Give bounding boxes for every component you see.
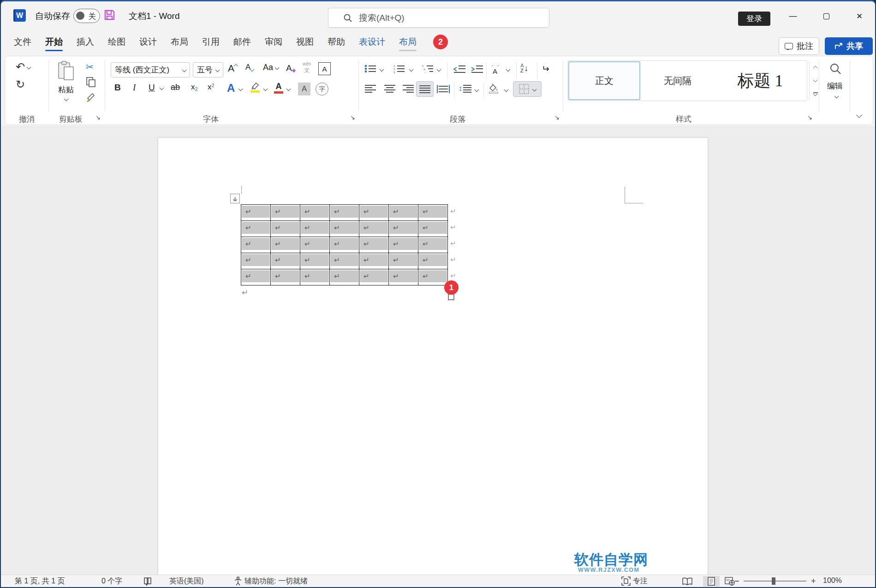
justify-button[interactable]: [416, 81, 434, 97]
tab-布局-12[interactable]: 布局: [399, 30, 417, 54]
distribute-button[interactable]: [436, 84, 450, 94]
table-row[interactable]: ↵↵↵↵↵↵↵: [241, 253, 448, 269]
decrease-indent-button[interactable]: [453, 65, 466, 73]
table-cell[interactable]: ↵: [389, 253, 418, 269]
increase-indent-button[interactable]: [471, 65, 483, 73]
clear-formatting-button[interactable]: A◆: [286, 63, 296, 73]
tab-绘图-3[interactable]: 绘图: [108, 30, 125, 54]
table-cell[interactable]: ↵: [389, 269, 418, 285]
proofing-icon[interactable]: [143, 576, 152, 586]
clipboard-dialog-launcher[interactable]: ↘: [95, 114, 101, 121]
undo-button[interactable]: ↶: [16, 61, 30, 72]
tab-表设计-11[interactable]: 表设计: [359, 30, 385, 54]
superscript-button[interactable]: x2: [208, 83, 215, 92]
borders-button[interactable]: [513, 81, 542, 97]
table-cell[interactable]: ↵: [418, 269, 448, 285]
styles-gallery-expand-button[interactable]: [809, 87, 821, 100]
page-info[interactable]: 第 1 页, 共 1 页: [15, 576, 65, 586]
table-cell[interactable]: ↵: [418, 237, 448, 253]
comments-button[interactable]: 批注: [779, 37, 819, 55]
table-cell[interactable]: ↵: [271, 237, 300, 253]
table-cell[interactable]: ↵: [241, 253, 271, 269]
sort-button[interactable]: AZ ↓: [520, 63, 528, 73]
redo-button[interactable]: ↻: [16, 79, 25, 90]
copy-button[interactable]: [86, 77, 96, 88]
style-card-normal[interactable]: 正文: [568, 61, 640, 100]
underline-dropdown-icon[interactable]: [160, 86, 163, 89]
paragraph-dialog-launcher[interactable]: ↘: [554, 114, 560, 121]
table-cell[interactable]: ↵: [271, 269, 300, 285]
line-spacing-dropdown-icon[interactable]: [475, 88, 478, 91]
table-cell[interactable]: ↵: [418, 253, 448, 269]
table-cell[interactable]: ↵: [330, 205, 359, 220]
autosave-toggle[interactable]: 关: [73, 9, 100, 23]
table-row[interactable]: ↵↵↵↵↵↵↵: [241, 221, 448, 237]
font-color-button[interactable]: A: [274, 82, 283, 94]
accessibility-status[interactable]: 辅助功能: 一切就绪: [244, 576, 308, 586]
highlight-button[interactable]: [250, 82, 260, 93]
table-cell[interactable]: ↵: [271, 253, 300, 269]
character-border-button[interactable]: A: [318, 62, 331, 75]
tab-插入-2[interactable]: 插入: [77, 30, 94, 54]
table-cell[interactable]: ↵: [241, 269, 271, 285]
text-effects-dropdown-icon[interactable]: [239, 87, 242, 90]
styles-scroll-up-button[interactable]: [809, 61, 821, 74]
zoom-level[interactable]: 100%: [823, 576, 842, 585]
share-button[interactable]: 共享: [825, 37, 873, 55]
tab-视图-9[interactable]: 视图: [296, 30, 314, 54]
minimize-button[interactable]: —: [784, 10, 802, 23]
table-cell[interactable]: ↵: [300, 205, 330, 220]
read-mode-button[interactable]: [679, 576, 696, 587]
font-dialog-launcher[interactable]: ↘: [350, 114, 355, 121]
table-cell[interactable]: ↵: [330, 253, 359, 269]
table-cell[interactable]: ↵: [300, 221, 330, 237]
asian-layout-button[interactable]: ←→ A: [491, 62, 499, 75]
table-cell[interactable]: ↵: [359, 269, 389, 285]
tab-邮件-7[interactable]: 邮件: [233, 30, 251, 54]
collapse-ribbon-button[interactable]: [857, 113, 861, 117]
underline-button[interactable]: U: [149, 83, 155, 93]
tab-布局-5[interactable]: 布局: [171, 30, 188, 54]
highlight-dropdown-icon[interactable]: [264, 87, 267, 90]
accessibility-icon[interactable]: [234, 576, 242, 586]
text-effects-button[interactable]: A: [227, 82, 235, 95]
table-cell[interactable]: ↵: [241, 237, 271, 253]
table-cell[interactable]: ↵: [389, 237, 418, 253]
maximize-button[interactable]: [817, 10, 835, 23]
font-size-dropdown-icon[interactable]: [215, 68, 220, 72]
table-cell[interactable]: ↵: [359, 253, 389, 269]
align-left-button[interactable]: [364, 84, 376, 93]
borders-dropdown-icon[interactable]: [532, 87, 536, 91]
print-layout-button[interactable]: [703, 576, 720, 587]
paste-dropdown-icon[interactable]: [64, 97, 68, 101]
font-name-combo[interactable]: 等线 (西文正文): [111, 62, 190, 77]
strikethrough-button[interactable]: ab: [171, 83, 180, 92]
font-color-dropdown-icon[interactable]: [287, 87, 290, 90]
change-case-button[interactable]: Aa: [263, 63, 279, 72]
font-name-dropdown-icon[interactable]: [182, 68, 187, 72]
focus-label[interactable]: 专注: [633, 576, 648, 586]
word-logo-icon[interactable]: W: [13, 9, 26, 22]
format-painter-button[interactable]: [86, 92, 97, 103]
table-cell[interactable]: ↵: [330, 269, 359, 285]
paste-button[interactable]: 粘贴: [53, 60, 79, 110]
tab-设计-4[interactable]: 设计: [139, 30, 157, 54]
document-area[interactable]: [1, 126, 875, 577]
word-table[interactable]: ↵↵↵↵↵↵↵↵↵↵↵↵↵↵↵↵↵↵↵↵↵↵↵↵↵↵↵↵↵↵↵↵↵↵↵: [241, 204, 448, 285]
table-cell[interactable]: ↵: [359, 221, 389, 237]
table-cell[interactable]: ↵: [330, 237, 359, 253]
tab-引用-6[interactable]: 引用: [202, 30, 220, 54]
table-row[interactable]: ↵↵↵↵↵↵↵: [241, 205, 448, 221]
shading-dropdown-icon[interactable]: [505, 88, 508, 91]
enclose-characters-button[interactable]: 字: [316, 83, 328, 95]
styles-dialog-launcher[interactable]: ↘: [807, 114, 812, 121]
editing-dropdown-icon[interactable]: [835, 95, 838, 98]
character-shading-button[interactable]: A: [298, 83, 310, 95]
italic-button[interactable]: I: [133, 83, 136, 93]
multilevel-list-button[interactable]: 1ai: [422, 64, 434, 73]
signin-button[interactable]: 登录: [738, 12, 770, 26]
grow-font-button[interactable]: A: [228, 63, 238, 74]
font-size-combo[interactable]: 五号: [193, 62, 223, 77]
word-count[interactable]: 0 个字: [101, 576, 122, 586]
zoom-slider-thumb[interactable]: [772, 577, 775, 585]
